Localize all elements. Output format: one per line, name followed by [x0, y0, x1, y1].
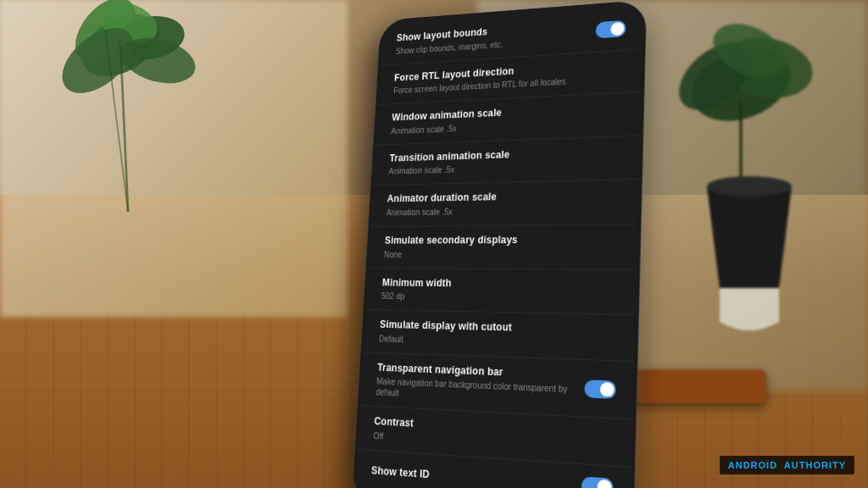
- setting-text-show-layout-bounds: Show layout boundsShow clip bounds, marg…: [396, 19, 588, 56]
- setting-item-transition-animation: Transition animation scaleAnimation scal…: [373, 136, 640, 186]
- right-plant-pot: [656, 17, 843, 356]
- setting-text-transition-animation: Transition animation scaleAnimation scal…: [388, 145, 622, 177]
- setting-text-window-animation: Window animation scaleAnimation scale .5…: [391, 102, 624, 136]
- setting-item-minimum-width: Minimum width502 dp: [365, 269, 637, 315]
- setting-title-minimum-width: Minimum width: [382, 276, 620, 291]
- setting-subtitle-simulate-displays: None: [384, 248, 620, 259]
- left-plant: [51, 0, 220, 212]
- toggle-transparent-nav[interactable]: [584, 380, 616, 399]
- setting-text-transparent-nav: Transparent navigation barMake navigatio…: [376, 362, 576, 408]
- setting-title-simulate-displays: Simulate secondary displays: [384, 233, 620, 247]
- setting-text-animator-duration: Animator duration scaleAnimation scale .…: [386, 189, 621, 218]
- watermark-highlight: AUTHORITY: [784, 460, 846, 470]
- setting-item-animator-duration: Animator duration scaleAnimation scale .…: [370, 180, 639, 227]
- phone-wrapper: Show layout boundsShow clip bounds, marg…: [351, 0, 647, 488]
- svg-point-13: [707, 176, 792, 197]
- toggle-show-layout-bounds[interactable]: [595, 20, 626, 39]
- setting-title-animator-duration: Animator duration scale: [387, 189, 621, 206]
- setting-title-show-text-id: Show text ID: [371, 464, 573, 488]
- watermark: ANDROID AUTHORITY: [720, 456, 854, 474]
- toggle-show-text-id[interactable]: [581, 477, 614, 488]
- setting-subtitle-minimum-width: 502 dp: [381, 291, 619, 305]
- settings-list: Show layout boundsShow clip bounds, marg…: [354, 0, 644, 488]
- setting-subtitle-animator-duration: Animation scale .5x: [386, 204, 620, 219]
- setting-text-force-rtl: Force RTL layout directionForce screen l…: [393, 58, 626, 96]
- setting-text-simulate-displays: Simulate secondary displaysNone: [384, 233, 620, 259]
- watermark-brand: ANDROID: [728, 460, 777, 470]
- phone-screen: Show layout boundsShow clip bounds, marg…: [354, 0, 644, 488]
- phone-body: Show layout boundsShow clip bounds, marg…: [351, 0, 647, 488]
- setting-text-minimum-width: Minimum width502 dp: [381, 276, 620, 305]
- setting-item-simulate-displays: Simulate secondary displaysNone: [368, 225, 637, 269]
- setting-text-simulate-cutout: Simulate display with cutoutDefault: [379, 319, 618, 351]
- setting-text-show-text-id: Show text ID: [371, 464, 573, 488]
- setting-text-contrast: ContrastOff: [373, 415, 615, 456]
